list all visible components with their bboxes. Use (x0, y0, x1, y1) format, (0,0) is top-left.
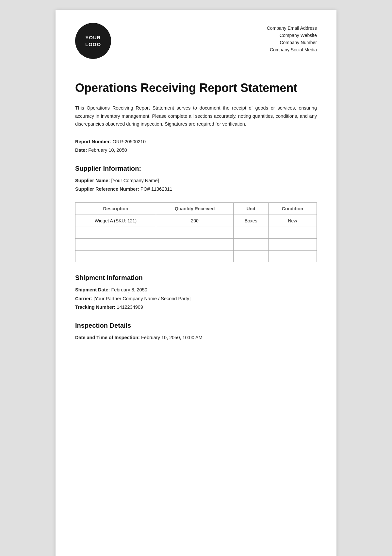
document-title: Operations Receiving Report Statement (75, 81, 317, 95)
inspection-datetime-line: Date and Time of Inspection: February 10… (75, 333, 317, 342)
carrier-label: Carrier: (75, 296, 92, 301)
supplier-name-line: Supplier Name: [Your Company Name] (75, 176, 317, 185)
report-number-value: ORR-20500210 (112, 139, 146, 144)
cell-unit (234, 239, 269, 251)
cell-condition (268, 227, 317, 239)
cell-unit (234, 251, 269, 262)
company-number: Company Number (267, 40, 317, 45)
company-info-block: Company Email Address Company Website Co… (267, 23, 317, 52)
col-description: Description (75, 203, 156, 215)
table-row: Widget A (SKU: 121)200BoxesNew (75, 215, 317, 227)
header-divider (75, 65, 317, 65)
report-date-label: Date: (75, 148, 87, 153)
cell-quantity (156, 251, 234, 262)
report-meta: Report Number: ORR-20500210 Date: Februa… (75, 137, 317, 154)
cell-unit (234, 227, 269, 239)
table-row (75, 227, 317, 239)
shipment-date-value: February 8, 2050 (111, 287, 147, 292)
supplier-ref-line: Supplier Reference Number: PO# 11362311 (75, 185, 317, 193)
report-date-line: Date: February 10, 2050 (75, 146, 317, 154)
report-number-label: Report Number: (75, 139, 111, 144)
cell-description (75, 251, 156, 262)
supplier-ref-label: Supplier Reference Number: (75, 186, 139, 192)
company-website: Company Website (267, 33, 317, 38)
col-unit: Unit (234, 203, 269, 215)
cell-unit: Boxes (234, 215, 269, 227)
tracking-label: Tracking Number: (75, 304, 115, 310)
cell-condition: New (268, 215, 317, 227)
tracking-line: Tracking Number: 1412234909 (75, 303, 317, 311)
cell-quantity: 200 (156, 215, 234, 227)
cell-description: Widget A (SKU: 121) (75, 215, 156, 227)
document-page: YOUR LOGO Company Email Address Company … (56, 10, 336, 556)
supplier-name-label: Supplier Name: (75, 178, 110, 183)
supplier-heading: Supplier Information: (75, 165, 317, 172)
company-logo: YOUR LOGO (75, 23, 111, 59)
col-condition: Condition (268, 203, 317, 215)
items-table: Description Quantity Received Unit Condi… (75, 202, 317, 262)
company-social: Company Social Media (267, 47, 317, 52)
supplier-block: Supplier Name: [Your Company Name] Suppl… (75, 176, 317, 193)
cell-condition (268, 239, 317, 251)
intro-paragraph: This Operations Receiving Report Stateme… (75, 104, 317, 128)
carrier-line: Carrier: [Your Partner Company Name / Se… (75, 294, 317, 303)
cell-description (75, 239, 156, 251)
col-quantity: Quantity Received (156, 203, 234, 215)
inspection-heading: Inspection Details (75, 322, 317, 329)
cell-condition (268, 251, 317, 262)
logo-line1: YOUR (85, 34, 101, 41)
shipment-heading: Shipment Information (75, 274, 317, 282)
page-header: YOUR LOGO Company Email Address Company … (75, 23, 317, 59)
cell-description (75, 227, 156, 239)
table-header-row: Description Quantity Received Unit Condi… (75, 203, 317, 215)
report-number-line: Report Number: ORR-20500210 (75, 137, 317, 146)
supplier-name-value: [Your Company Name] (111, 178, 159, 183)
shipment-date-line: Shipment Date: February 8, 2050 (75, 286, 317, 294)
shipment-block: Shipment Date: February 8, 2050 Carrier:… (75, 286, 317, 311)
supplier-ref-value: PO# 11362311 (140, 186, 172, 192)
cell-quantity (156, 239, 234, 251)
table-row (75, 251, 317, 262)
inspection-datetime-label: Date and Time of Inspection: (75, 335, 140, 340)
carrier-value: [Your Partner Company Name / Second Part… (93, 296, 190, 301)
inspection-datetime-value: February 10, 2050, 10:00 AM (141, 335, 203, 340)
logo-line2: LOGO (85, 41, 101, 48)
shipment-date-label: Shipment Date: (75, 287, 110, 292)
cell-quantity (156, 227, 234, 239)
company-email: Company Email Address (267, 26, 317, 31)
table-row (75, 239, 317, 251)
tracking-value: 1412234909 (117, 304, 143, 310)
report-date-value: February 10, 2050 (88, 148, 127, 153)
